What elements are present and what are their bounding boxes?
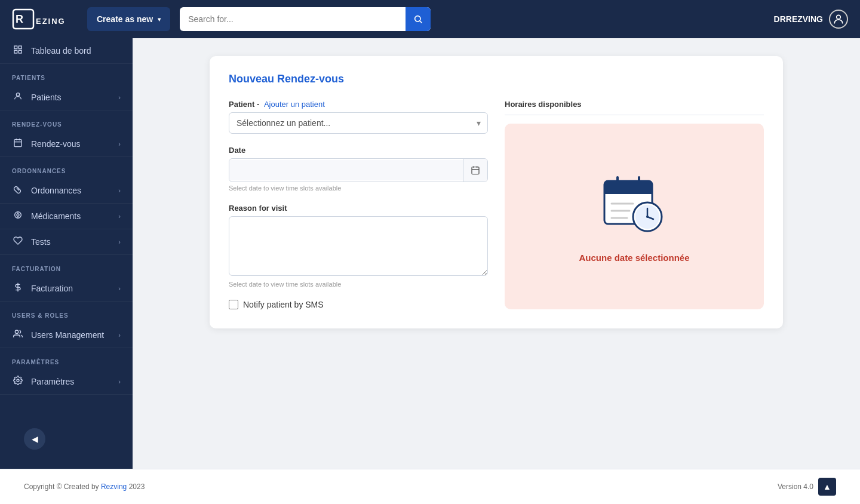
svg-line-4: [420, 21, 422, 23]
footer-version-area: Version 4.0 ▲: [778, 478, 836, 496]
date-field-label: Date: [229, 146, 488, 155]
search-button[interactable]: [406, 7, 431, 31]
svg-rect-8: [14, 50, 17, 53]
patient-select[interactable]: Sélectionnez un patient...: [229, 112, 488, 134]
date-input[interactable]: [229, 160, 463, 180]
svg-point-17: [17, 214, 19, 216]
svg-point-21: [15, 330, 18, 333]
add-patient-link[interactable]: Ajouter un patient: [264, 100, 325, 109]
footer: Copyright © Created by Rezving 2023 Vers…: [0, 469, 860, 504]
heart-icon: [12, 236, 24, 248]
sidebar-collapse-button[interactable]: ◀: [24, 428, 45, 450]
svg-rect-9: [19, 50, 22, 53]
form-card: Nouveau Rendez-vous Patient - Ajouter un…: [210, 56, 783, 328]
collapse-icon: ◀: [32, 434, 38, 444]
create-as-new-label: Create as new: [97, 14, 153, 24]
search-bar: [180, 7, 431, 31]
chevron-right-icon: ›: [118, 331, 121, 339]
chevron-up-icon: ▲: [823, 482, 831, 491]
username-label: DRREZVING: [774, 14, 823, 24]
section-label-patients: PATIENTS: [0, 64, 133, 85]
sms-checkbox-row: Notify patient by SMS: [229, 300, 488, 309]
svg-rect-23: [472, 167, 479, 174]
chevron-right-icon: ›: [118, 378, 121, 385]
search-input[interactable]: [180, 14, 406, 24]
sidebar-item-medicaments[interactable]: Médicaments ›: [0, 204, 133, 229]
calendar-illustration: [598, 170, 670, 242]
chevron-right-icon: ›: [118, 213, 121, 220]
sidebar-item-patients[interactable]: Patients ›: [0, 85, 133, 110]
sidebar-item-tableau-de-bord[interactable]: Tableau de bord: [0, 38, 133, 64]
footer-copyright: Copyright © Created by Rezving 2023: [24, 483, 145, 491]
svg-rect-11: [14, 140, 22, 147]
sidebar-item-label: Rendez-vous: [31, 139, 81, 149]
sidebar-item-users-management[interactable]: Users Management ›: [0, 322, 133, 348]
reason-field-label: Reason for visit: [229, 204, 488, 213]
chevron-right-icon: ›: [118, 140, 121, 147]
date-input-wrapper: [229, 158, 488, 182]
sidebar: Tableau de bord PATIENTS Patients › REND…: [0, 38, 133, 469]
form-body: Patient - Ajouter un patient Sélectionne…: [229, 100, 764, 309]
chevron-right-icon: ›: [118, 187, 121, 194]
sidebar-item-rendez-vous[interactable]: Rendez-vous ›: [0, 131, 133, 157]
date-helper-text: Select date to view time slots available: [229, 185, 488, 192]
scroll-top-button[interactable]: ▲: [818, 478, 836, 496]
logo: R EZING: [12, 7, 78, 31]
svg-rect-6: [14, 46, 17, 49]
horaires-label: Horaires disponibles: [505, 100, 764, 109]
dollar-icon: [12, 282, 24, 294]
sidebar-item-label: Patients: [31, 93, 62, 102]
sidebar-item-label: Tableau de bord: [31, 46, 91, 56]
section-label-parametres: PARAMÈTRES: [0, 348, 133, 369]
gear-icon: [12, 376, 24, 388]
horaires-divider: [505, 115, 764, 115]
chevron-right-icon: ›: [118, 285, 121, 292]
sidebar-item-label: Médicaments: [31, 211, 81, 221]
sms-checkbox[interactable]: [229, 300, 238, 309]
section-label-ordonnances: ORDONNANCES: [0, 157, 133, 178]
pill-icon: [12, 185, 24, 196]
section-label-rendez-vous: RENDEZ-VOUS: [0, 110, 133, 131]
reason-helper-text: Select date to view time slots available: [229, 281, 488, 288]
patient-field-group: Patient - Ajouter un patient Sélectionne…: [229, 100, 488, 134]
patient-field-label: Patient - Ajouter un patient: [229, 100, 488, 109]
user-avatar[interactable]: [829, 10, 848, 29]
create-as-new-button[interactable]: Create as new ▾: [87, 7, 170, 31]
patient-select-wrapper: Sélectionnez un patient...: [229, 112, 488, 134]
sidebar-item-label: Users Management: [31, 330, 104, 340]
form-right: Horaires disponibles: [505, 100, 764, 309]
reason-field-group: Reason for visit Select date to view tim…: [229, 204, 488, 288]
form-left: Patient - Ajouter un patient Sélectionne…: [229, 100, 488, 309]
footer-rezving-link[interactable]: Rezving: [101, 483, 127, 491]
no-date-box: Aucune date sélectionnée: [505, 124, 764, 309]
sidebar-item-label: Facturation: [31, 284, 73, 293]
grid-icon: [12, 45, 24, 57]
main-content: Nouveau Rendez-vous Patient - Ajouter un…: [133, 38, 860, 469]
reason-textarea[interactable]: [229, 216, 488, 276]
svg-rect-7: [19, 46, 22, 49]
sidebar-item-label: Tests: [31, 237, 51, 247]
sidebar-item-parametres[interactable]: Paramètres ›: [0, 369, 133, 395]
date-field-group: Date Select date to view time slots avai…: [229, 146, 488, 192]
chevron-right-icon: ›: [118, 94, 121, 101]
chevron-right-icon: ›: [118, 238, 121, 245]
sms-label[interactable]: Notify patient by SMS: [243, 300, 324, 309]
calendar-icon: [12, 138, 24, 150]
svg-point-22: [17, 379, 19, 382]
user-area: DRREZVING: [774, 10, 848, 29]
calendar-button[interactable]: [463, 159, 487, 182]
user-icon: [12, 91, 24, 103]
svg-point-10: [16, 93, 19, 96]
svg-text:R: R: [16, 13, 24, 25]
no-date-text: Aucune date sélectionnée: [579, 253, 689, 263]
topbar: R EZING Create as new ▾ DRREZVING: [0, 0, 860, 38]
svg-rect-29: [604, 189, 652, 194]
sidebar-item-ordonnances[interactable]: Ordonnances ›: [0, 178, 133, 204]
section-label-users-roles: USERS & ROLES: [0, 302, 133, 322]
sidebar-item-tests[interactable]: Tests ›: [0, 229, 133, 255]
users-icon: [12, 329, 24, 341]
svg-point-5: [837, 15, 841, 19]
sidebar-item-facturation[interactable]: Facturation ›: [0, 276, 133, 302]
capsule-icon: [12, 210, 24, 222]
sidebar-item-label: Ordonnances: [31, 186, 81, 195]
